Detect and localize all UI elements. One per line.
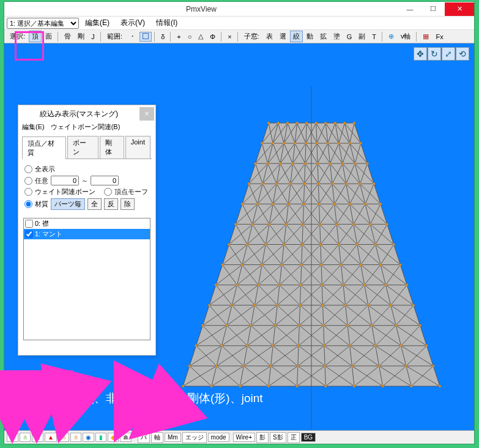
minimize-button[interactable]: — bbox=[398, 2, 421, 16]
sb-axis[interactable]: 軸 bbox=[151, 432, 163, 443]
material-list[interactable]: 0: 襟 1: マント bbox=[23, 218, 150, 340]
masking-close-button[interactable]: × bbox=[139, 107, 154, 121]
close-button[interactable]: ✕ bbox=[445, 2, 474, 16]
any-to-input[interactable] bbox=[91, 176, 119, 185]
t-button[interactable]: T bbox=[369, 32, 379, 42]
mask-button[interactable]: 絞 bbox=[290, 31, 303, 42]
sb-edge[interactable]: エッジ bbox=[182, 432, 207, 443]
face-button[interactable]: 面 bbox=[42, 31, 55, 42]
sb-mm[interactable]: Mm bbox=[165, 433, 181, 442]
nav-gizmo: ✥ ↻ ⤢ ⟲ bbox=[414, 47, 469, 61]
globe-icon[interactable]: ⊕ bbox=[385, 31, 397, 42]
item-checkbox[interactable] bbox=[25, 230, 33, 238]
sb-eye1[interactable]: ◉ bbox=[7, 433, 18, 442]
plus-button[interactable]: + bbox=[174, 32, 184, 42]
sb-tri[interactable]: ▲ bbox=[45, 433, 57, 442]
sb-sshadow[interactable]: S影 bbox=[270, 432, 286, 443]
vaxis-button[interactable]: v軸 bbox=[398, 31, 414, 42]
move-button[interactable]: 動 bbox=[303, 31, 316, 42]
sb-eye2[interactable]: ◉ bbox=[32, 433, 43, 442]
all-button[interactable]: 全 bbox=[87, 198, 102, 210]
table-button[interactable]: 表 bbox=[263, 31, 276, 42]
phi-button[interactable]: Φ bbox=[207, 32, 218, 42]
rigid-button[interactable]: 剛 bbox=[75, 31, 87, 42]
circle-button[interactable]: ○ bbox=[185, 32, 195, 42]
svg-point-276 bbox=[338, 142, 340, 144]
sb-eye3[interactable]: ◉ bbox=[83, 433, 94, 442]
svg-point-376 bbox=[374, 345, 377, 347]
svg-point-341 bbox=[257, 284, 259, 286]
menu-info[interactable]: 情報(I) bbox=[151, 17, 182, 29]
any-from-input[interactable] bbox=[51, 176, 79, 185]
svg-point-358 bbox=[412, 304, 415, 307]
sb-pa[interactable]: パ bbox=[138, 432, 150, 443]
remove-button[interactable]: 除 bbox=[121, 198, 135, 210]
svg-point-373 bbox=[297, 345, 300, 347]
viewport[interactable]: ✥ ↻ ⤢ ⟲ 絞込み表示(マスキング) × 編集(E) ウェイトボーン関連(B… bbox=[4, 43, 474, 430]
sub-button[interactable]: 副 bbox=[355, 31, 368, 42]
svg-point-304 bbox=[318, 203, 321, 205]
sb-wave2[interactable]: ⋔ bbox=[58, 433, 69, 442]
svg-point-333 bbox=[300, 264, 303, 266]
tab-rigid[interactable]: 剛体 bbox=[100, 136, 124, 159]
sb-dia[interactable]: ◆ bbox=[108, 433, 119, 442]
sb-bg[interactable]: BG bbox=[301, 433, 316, 442]
svg-point-267 bbox=[343, 122, 346, 124]
mode-select[interactable]: 1: 選択／基本編集 bbox=[7, 18, 79, 29]
reset-icon[interactable]: ⟲ bbox=[456, 47, 469, 61]
sb-mode[interactable]: mode bbox=[208, 433, 229, 442]
maximize-button[interactable]: ☐ bbox=[421, 2, 445, 16]
invert-button[interactable]: 反 bbox=[104, 198, 118, 210]
sb-front[interactable]: 正 bbox=[288, 432, 300, 443]
radio-any[interactable] bbox=[24, 177, 32, 185]
svg-point-262 bbox=[296, 122, 299, 124]
range-dot[interactable]: ・ bbox=[126, 31, 139, 42]
g-button[interactable]: G bbox=[344, 32, 355, 42]
sel-button[interactable]: 選 bbox=[277, 31, 289, 42]
expand-button[interactable]: 拡 bbox=[317, 31, 330, 42]
item-checkbox[interactable] bbox=[25, 220, 33, 228]
svg-point-361 bbox=[250, 324, 252, 327]
radio-material[interactable] bbox=[24, 200, 32, 208]
sb-cap[interactable]: ▮ bbox=[95, 433, 106, 442]
vertex-button[interactable]: 頂 bbox=[29, 31, 42, 42]
bone-button[interactable]: 骨 bbox=[61, 31, 74, 42]
sb-shadow[interactable]: 影 bbox=[256, 432, 269, 443]
sb-wave3[interactable]: ⋔ bbox=[70, 433, 81, 442]
zoom-icon[interactable]: ⤢ bbox=[442, 47, 455, 61]
sb-poly[interactable]: ☗ bbox=[120, 433, 132, 442]
radio-all[interactable] bbox=[24, 165, 32, 173]
joint-button[interactable]: J bbox=[88, 32, 98, 42]
masking-menu-weight[interactable]: ウェイトボーン関連(B) bbox=[51, 122, 121, 135]
triangle-button[interactable]: △ bbox=[195, 31, 206, 42]
tab-vertex-material[interactable]: 頂点／材質 bbox=[22, 136, 66, 159]
x-button[interactable]: × bbox=[225, 32, 234, 42]
tab-joint[interactable]: Joint bbox=[125, 136, 150, 159]
radio-morph[interactable] bbox=[104, 188, 112, 196]
svg-point-380 bbox=[215, 365, 218, 367]
menu-view[interactable]: 表示(V) bbox=[116, 17, 150, 29]
svg-point-266 bbox=[334, 122, 336, 124]
orbit-icon[interactable]: ↻ bbox=[428, 47, 441, 61]
tab-bone[interactable]: ボーン bbox=[67, 136, 98, 159]
svg-point-340 bbox=[236, 284, 239, 286]
sb-wave1[interactable]: ⋔ bbox=[20, 433, 31, 442]
window-title: PmxView bbox=[4, 5, 398, 13]
pan-icon[interactable]: ✥ bbox=[414, 47, 427, 61]
svg-point-345 bbox=[342, 284, 344, 286]
parts-toggle[interactable]: パーツ毎 bbox=[51, 198, 85, 210]
svg-point-310 bbox=[251, 223, 254, 225]
masking-titlebar[interactable]: 絞込み表示(マスキング) × bbox=[18, 105, 155, 122]
svg-point-319 bbox=[228, 243, 230, 245]
fx-button[interactable]: Fx bbox=[433, 32, 446, 42]
grid-icon[interactable]: ▦ bbox=[420, 31, 432, 42]
sb-wire[interactable]: Wire+ bbox=[233, 433, 255, 442]
svg-point-326 bbox=[356, 243, 358, 245]
delta-button[interactable]: δ bbox=[158, 32, 168, 42]
paint-button[interactable]: 塗 bbox=[330, 31, 343, 42]
menu-edit[interactable]: 編集(E) bbox=[80, 17, 114, 29]
range-square[interactable] bbox=[139, 32, 152, 42]
masking-menu-edit[interactable]: 編集(E) bbox=[22, 122, 45, 135]
radio-weight[interactable] bbox=[24, 188, 32, 196]
svg-point-344 bbox=[321, 284, 323, 286]
